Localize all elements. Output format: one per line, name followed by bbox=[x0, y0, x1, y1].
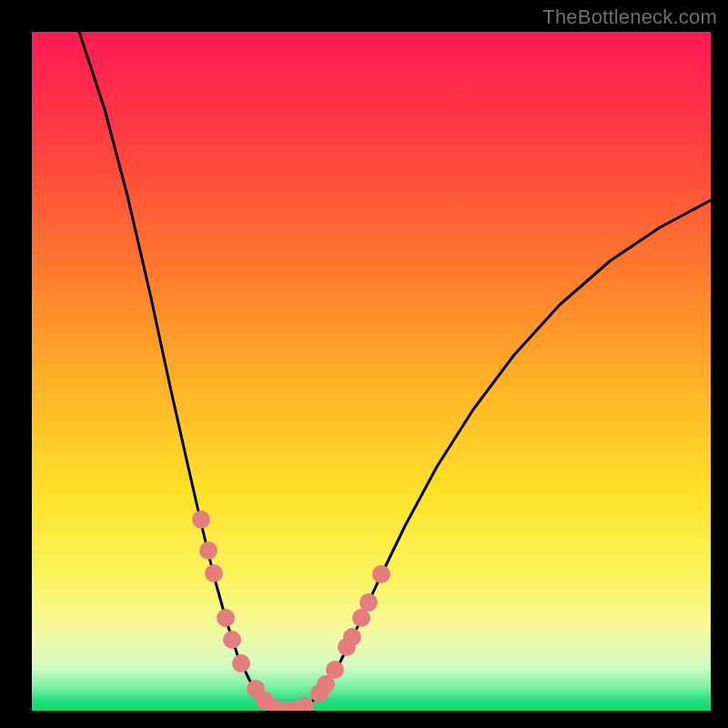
marker-dot bbox=[223, 631, 241, 649]
plot-area bbox=[32, 32, 711, 711]
chart-svg bbox=[32, 32, 711, 711]
chart-container: TheBottleneck.com bbox=[0, 0, 728, 728]
marker-dot bbox=[372, 565, 390, 583]
marker-dot bbox=[205, 564, 223, 582]
watermark-text: TheBottleneck.com bbox=[542, 5, 717, 29]
marker-dot bbox=[217, 609, 235, 627]
marker-dot bbox=[343, 628, 361, 646]
marker-dot bbox=[359, 593, 378, 612]
marker-dot bbox=[192, 511, 210, 529]
marker-dot bbox=[352, 609, 370, 627]
marker-dot bbox=[199, 541, 217, 560]
marker-dot bbox=[232, 654, 250, 672]
marker-dot bbox=[326, 661, 344, 679]
